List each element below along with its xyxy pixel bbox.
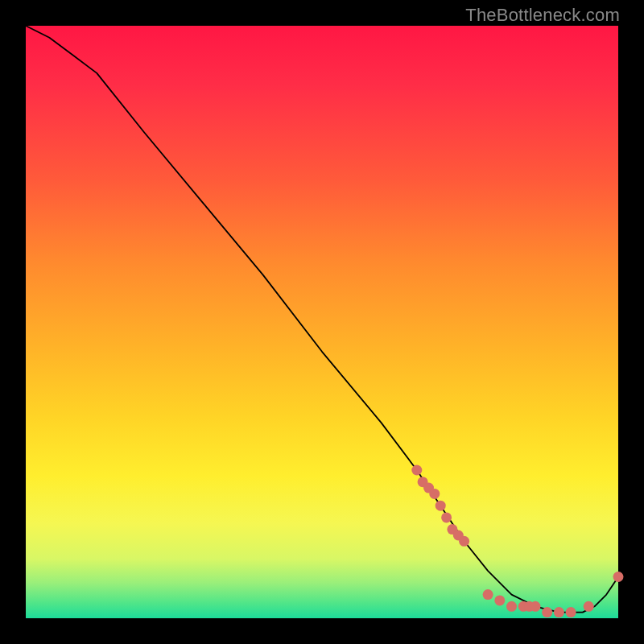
curve-marker (530, 601, 541, 612)
curve-marker (566, 607, 576, 617)
curve-marker (411, 465, 422, 476)
bottleneck-curve (26, 26, 618, 613)
curve-marker (483, 589, 493, 600)
curve-marker (542, 607, 552, 617)
curve-marker (584, 601, 594, 612)
curve-layer (26, 26, 618, 618)
curve-marker (613, 572, 624, 582)
curve-marker (554, 607, 564, 617)
curve-marker (494, 595, 505, 605)
chart-stage: TheBottleneck.com (0, 0, 644, 644)
curve-marker (506, 601, 517, 612)
plot-area (26, 26, 618, 618)
curve-marker (459, 536, 469, 547)
curve-marker (429, 489, 440, 499)
curve-markers (411, 465, 623, 618)
curve-marker (436, 501, 446, 511)
curve-marker (441, 512, 452, 522)
watermark-text: TheBottleneck.com (465, 5, 620, 26)
